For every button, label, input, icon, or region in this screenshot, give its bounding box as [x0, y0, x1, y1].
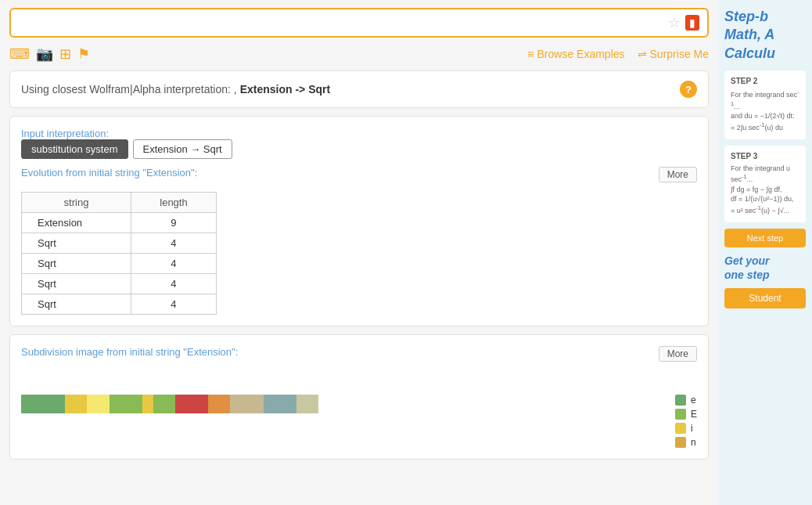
table-cell-length: 4: [131, 233, 216, 254]
interpretation-prefix: Using closest Wolfram|Alpha interpretati…: [21, 83, 237, 96]
table-cell-length: 9: [131, 213, 216, 233]
color-bar: [21, 395, 318, 413]
interpretation-text: Using closest Wolfram|Alpha interpretati…: [21, 83, 330, 96]
subdivision-content: eEin: [21, 371, 697, 448]
keyboard-icon[interactable]: ⌨: [9, 45, 30, 63]
col-header-string: string: [22, 193, 131, 213]
legend-swatch: [675, 409, 686, 420]
interp-tag-substitution[interactable]: substitution system: [21, 139, 128, 159]
search-bar: Factor[a^2 - 3 b^2, Extension -> Sqrt[3]…: [9, 8, 709, 38]
step2-text: For the integrand sec-1... and du = −1/(…: [731, 88, 799, 132]
table-row: Sqrt4: [22, 254, 217, 274]
color-bar-segment: [110, 395, 142, 413]
color-bar-segment: [21, 395, 65, 413]
student-button[interactable]: Student: [724, 288, 806, 308]
step3-text: For the integrand u sec-1... ∫f dg = fg …: [731, 164, 799, 216]
table-icon[interactable]: ⊞: [59, 45, 71, 63]
legend-item: E: [675, 409, 697, 420]
table-cell-length: 4: [131, 294, 216, 315]
table-cell-length: 4: [131, 254, 216, 274]
legend-item: e: [675, 395, 697, 406]
interp-tag-extension[interactable]: Extension → Sqrt: [133, 139, 232, 159]
evolution-table: string length Extension9Sqrt4Sqrt4Sqrt4S…: [21, 192, 217, 315]
bookmark-icon[interactable]: ▮: [685, 15, 699, 31]
color-bar-segment: [153, 395, 175, 413]
color-bar-segment: [264, 395, 296, 413]
interpretation-tags: substitution system Extension → Sqrt: [21, 139, 697, 159]
table-row: Sqrt4: [22, 294, 217, 315]
step2-label: STEP 2: [731, 77, 799, 85]
table-row: Sqrt4: [22, 274, 217, 294]
col-header-length: length: [131, 193, 216, 213]
toolbar-left: ⌨ 📷 ⊞ ⚑: [9, 45, 90, 63]
legend: eEin: [675, 395, 697, 448]
table-row: Extension9: [22, 213, 217, 233]
camera-icon[interactable]: 📷: [36, 45, 53, 63]
surprise-me-label: Surprise Me: [650, 48, 709, 60]
table-cell-string: Sqrt: [22, 233, 131, 254]
input-interpretation-title: Input interpretation:: [21, 128, 697, 139]
search-input[interactable]: Factor[a^2 - 3 b^2, Extension -> Sqrt[3]…: [19, 16, 668, 30]
legend-label: i: [691, 423, 693, 434]
table-cell-string: Sqrt: [22, 274, 131, 294]
step-by-step-title: Step-bMath, ACalculu: [724, 8, 806, 63]
evolution-title: Evolution from initial string "Extension…: [21, 167, 197, 179]
table-cell-length: 4: [131, 274, 216, 294]
evolution-section: Evolution from initial string "Extension…: [21, 167, 697, 315]
legend-label: E: [691, 409, 697, 420]
toolbar: ⌨ 📷 ⊞ ⚑ ≡ Browse Examples ⇌ Surprise Me: [9, 45, 709, 63]
subdivision-title: Subdivision image from initial string "E…: [21, 346, 238, 358]
interpretation-bold: Extension -> Sqrt: [240, 83, 331, 96]
step2-block: STEP 2 For the integrand sec-1... and du…: [724, 70, 806, 139]
browse-examples-button[interactable]: ≡ Browse Examples: [527, 48, 624, 60]
get-your-text: Get yourone step: [724, 254, 806, 282]
input-interpretation-section: Input interpretation: substitution syste…: [9, 116, 709, 326]
legend-item: i: [675, 423, 697, 434]
color-bar-wrapper: [21, 371, 659, 413]
color-bar-segment: [175, 395, 208, 413]
step3-label: STEP 3: [731, 152, 799, 161]
color-bar-segment: [87, 395, 109, 413]
legend-swatch: [675, 423, 686, 434]
legend-label: n: [691, 437, 696, 448]
subdivision-section: Subdivision image from initial string "E…: [9, 334, 709, 460]
subdivision-more-button[interactable]: More: [659, 346, 697, 362]
next-step-button[interactable]: Next step: [724, 229, 806, 247]
legend-swatch: [675, 395, 686, 406]
legend-swatch: [675, 437, 686, 448]
table-cell-string: Sqrt: [22, 294, 131, 315]
surprise-me-button[interactable]: ⇌ Surprise Me: [638, 48, 709, 60]
table-cell-string: Extension: [22, 213, 131, 233]
settings-icon[interactable]: ⚑: [77, 45, 90, 63]
step3-block: STEP 3 For the integrand u sec-1... ∫f d…: [724, 146, 806, 222]
color-bar-segment: [208, 395, 230, 413]
right-panel: Step-bMath, ACalculu STEP 2 For the inte…: [718, 0, 812, 505]
legend-label: e: [691, 395, 696, 406]
table-row: Sqrt4: [22, 233, 217, 254]
interpretation-banner: Using closest Wolfram|Alpha interpretati…: [9, 70, 709, 108]
legend-item: n: [675, 437, 697, 448]
color-bar-segment: [230, 395, 263, 413]
toolbar-right: ≡ Browse Examples ⇌ Surprise Me: [527, 48, 709, 60]
browse-examples-label: Browse Examples: [537, 48, 624, 60]
list-icon: ≡: [527, 48, 534, 60]
evolution-more-button[interactable]: More: [659, 167, 697, 182]
color-bar-segment: [142, 395, 153, 413]
color-bar-segment: [65, 395, 87, 413]
color-bar-segment: [296, 395, 318, 413]
shuffle-icon: ⇌: [638, 48, 647, 60]
table-cell-string: Sqrt: [22, 254, 131, 274]
star-icon[interactable]: ☆: [668, 14, 681, 31]
help-icon[interactable]: ?: [680, 81, 697, 98]
